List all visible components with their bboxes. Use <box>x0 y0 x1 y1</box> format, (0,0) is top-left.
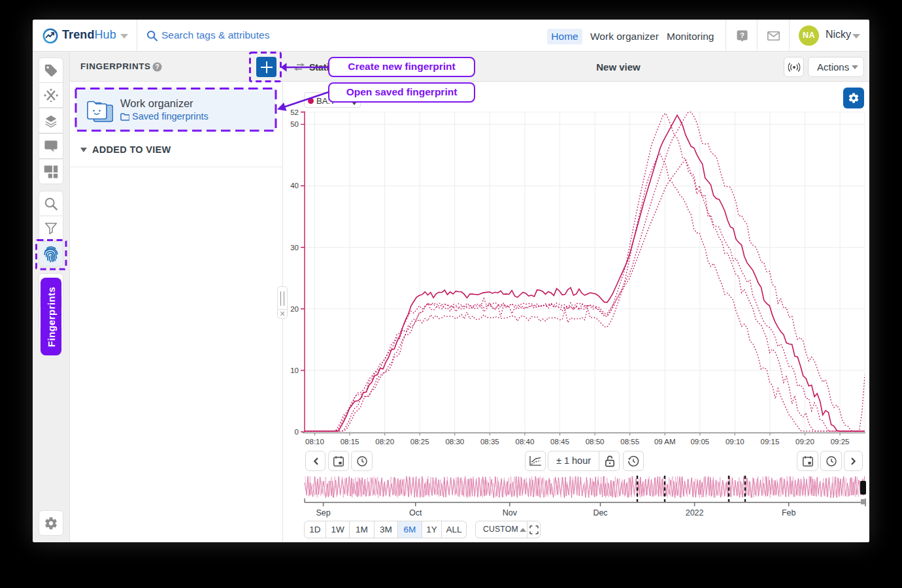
context-range-label: Nov <box>503 508 518 517</box>
sidebar-item-tags[interactable] <box>39 57 63 83</box>
y-tick-label: 40 <box>290 182 299 189</box>
help-icon[interactable]: ? <box>737 30 748 42</box>
x-tick-label: 09:25 <box>831 438 850 446</box>
nav-tab-work-organizer[interactable]: Work organizer <box>590 29 659 44</box>
step-back-button[interactable] <box>305 451 326 471</box>
gear-icon <box>848 92 860 104</box>
custom-chevron-up-icon[interactable] <box>520 528 526 532</box>
context-axis-knob[interactable] <box>861 499 865 504</box>
calendar-icon <box>333 455 344 466</box>
panel-divider <box>70 167 283 167</box>
fingerprint-folder-icon <box>84 99 113 122</box>
padlock-icon <box>605 455 615 467</box>
nav-tab-monitoring[interactable]: Monitoring <box>667 29 714 44</box>
top-navigation-bar: TrendHub Search tags & attributes Home W… <box>33 20 869 52</box>
folder-icon <box>120 113 129 121</box>
chevron-right-icon <box>851 457 856 465</box>
sidebar-item-fingerprints[interactable] <box>39 241 63 267</box>
live-mode-button[interactable] <box>784 57 804 77</box>
fingerprint-card-subtitle: Saved fingerprints <box>120 111 209 122</box>
calendar-start-button[interactable] <box>328 451 349 471</box>
chat-bubble-icon <box>44 140 58 153</box>
lock-range-button[interactable] <box>599 451 620 470</box>
history-button[interactable] <box>623 451 644 471</box>
x-tick-label: 08:25 <box>410 438 429 446</box>
nav-tab-home[interactable]: Home <box>547 29 582 44</box>
context-range-label: Feb <box>782 508 796 517</box>
brand-wordmark[interactable]: TrendHub <box>62 28 116 42</box>
trend-series-ba-t-current <box>305 115 865 431</box>
sidebar-item-filter[interactable] <box>39 216 63 241</box>
fingerprint-icon <box>43 245 59 263</box>
history-clock-icon <box>627 455 639 467</box>
help-circle-icon[interactable]: ? <box>152 62 162 72</box>
preset-3m-button[interactable]: 3M <box>375 521 398 538</box>
svg-text:?: ? <box>740 31 744 39</box>
clock-icon <box>356 455 367 466</box>
sidebar-item-dashboards[interactable] <box>39 159 63 184</box>
tag-icon <box>44 63 58 78</box>
time-start-button[interactable] <box>351 451 373 471</box>
trend-chart[interactable]: 525040302010008:1008:1508:2008:2508:3008… <box>283 82 869 454</box>
context-overview-chart[interactable]: SepOctNovDec2022Feb <box>283 474 869 526</box>
context-range-label: Oct <box>409 508 422 517</box>
sidebar-item-recommendations[interactable] <box>39 82 63 108</box>
svg-text:?: ? <box>155 63 159 71</box>
preset-all-button[interactable]: ALL <box>442 521 467 538</box>
custom-range-group: CUSTOM <box>475 521 541 538</box>
topbar-divider <box>757 20 758 52</box>
gear-icon <box>44 516 58 531</box>
time-end-button[interactable] <box>820 451 842 471</box>
trend-series-layer-2 <box>305 112 865 431</box>
splitter-handle[interactable]: ✕ <box>277 286 288 319</box>
layers-icon <box>44 114 58 128</box>
preset-1y-button[interactable]: 1Y <box>422 521 442 538</box>
compare-button[interactable] <box>525 451 546 471</box>
x-tick-label: 08:10 <box>305 438 324 446</box>
x-tick-label: 08:40 <box>516 438 535 446</box>
app-window: TrendHub Search tags & attributes Home W… <box>33 20 869 542</box>
context-range-label: Dec <box>593 508 607 517</box>
chart-settings-button[interactable] <box>843 88 864 108</box>
swap-arrows-icon[interactable] <box>294 63 305 71</box>
user-avatar[interactable]: NA <box>799 25 819 46</box>
sparkle-cross-icon <box>44 88 59 103</box>
y-tick-label: 0 <box>295 428 299 436</box>
x-tick-label: 09:15 <box>761 438 780 446</box>
mail-icon[interactable] <box>767 31 780 41</box>
preset-1m-button[interactable]: 1M <box>350 521 375 538</box>
frame-corners-icon <box>529 525 539 534</box>
preset-6m-button[interactable]: 6M <box>398 521 422 538</box>
broadcast-icon <box>788 63 800 72</box>
saved-fingerprint-card[interactable]: Work organizer Saved fingerprints <box>76 88 276 131</box>
fit-context-button[interactable] <box>527 521 541 538</box>
clock-icon <box>826 455 837 466</box>
add-fingerprint-button[interactable] <box>256 57 276 77</box>
splitter-close-icon[interactable]: ✕ <box>278 310 287 318</box>
calendar-end-button[interactable] <box>797 451 818 471</box>
x-tick-label: 08:45 <box>550 438 569 446</box>
user-name[interactable]: Nicky <box>826 29 851 41</box>
context-range-label: Sep <box>316 508 330 517</box>
dashboard-layout-icon <box>44 165 58 178</box>
added-to-view-section[interactable]: ADDED TO VIEW <box>80 144 276 156</box>
preset-1w-button[interactable]: 1W <box>326 521 350 538</box>
y-tick-label: 52 <box>290 108 299 116</box>
sidebar-item-search[interactable] <box>39 191 63 216</box>
custom-range-button[interactable]: CUSTOM <box>483 521 518 538</box>
x-tick-label: 08:20 <box>375 438 394 446</box>
time-range-button[interactable]: ± 1 hour <box>548 451 599 470</box>
x-tick-label: 09:20 <box>795 438 814 446</box>
added-to-view-label: ADDED TO VIEW <box>92 144 171 155</box>
step-forward-button[interactable] <box>844 451 863 471</box>
sidebar-item-layers[interactable] <box>39 108 63 133</box>
context-window-handle[interactable] <box>860 481 866 495</box>
user-chevron-down-icon[interactable] <box>852 34 860 39</box>
preset-1d-button[interactable]: 1D <box>304 521 326 538</box>
sidebar-item-settings[interactable] <box>39 510 63 536</box>
fingerprints-tab[interactable]: Fingerprints <box>41 278 61 355</box>
sidebar-item-comments[interactable] <box>39 133 63 159</box>
search-input[interactable]: Search tags & attributes <box>161 29 269 41</box>
brand-chevron-down-icon[interactable] <box>120 34 128 39</box>
x-tick-label: 09:05 <box>690 438 709 446</box>
